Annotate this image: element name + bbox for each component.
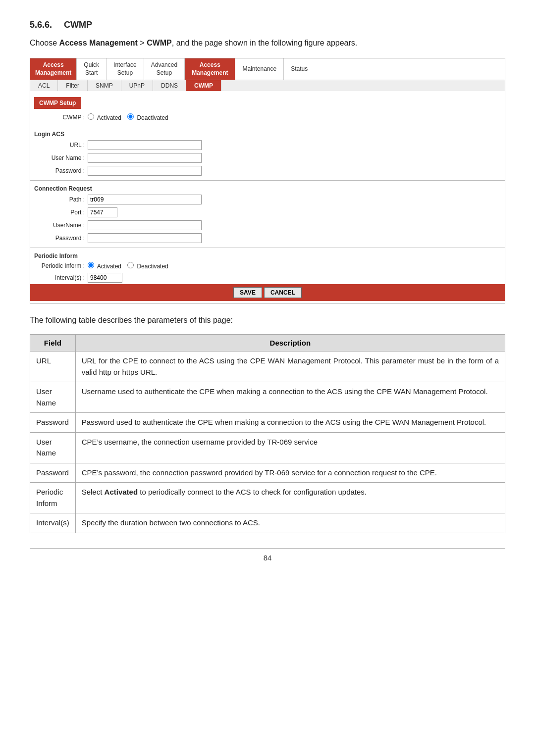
cwmp-deactivated-option: Deactivated — [127, 113, 168, 121]
desc-password-2: CPE’s password, the connection password … — [75, 463, 505, 483]
table-row: Password Password used to authenticate t… — [30, 413, 505, 433]
path-label: Path : — [35, 196, 85, 203]
password-input[interactable] — [88, 166, 202, 176]
cwmp-deactivated-radio[interactable] — [127, 113, 134, 120]
page-number-value: 84 — [264, 554, 272, 562]
port-row: Port : — [30, 206, 505, 219]
button-row: SAVE CANCEL — [30, 284, 505, 301]
intro-paragraph: Choose Access Management > CWMP, and the… — [30, 37, 505, 49]
intro-bold-1: Access Management — [59, 39, 138, 47]
password-row: Password : — [30, 164, 505, 177]
table-row: UserName CPE’s username, the connection … — [30, 432, 505, 463]
table-row: URL URL for the CPE to connect to the AC… — [30, 352, 505, 382]
conn-username-row: UserName : — [30, 219, 505, 232]
conn-username-input[interactable] — [88, 220, 202, 230]
cwmp-radio-group: Activated Deactivated — [88, 113, 168, 121]
periodic-inform-label: Periodic Inform — [30, 251, 505, 260]
conn-password-row: Password : — [30, 232, 505, 245]
periodic-deactivated-radio[interactable] — [127, 262, 134, 268]
field-password-1: Password — [30, 413, 76, 433]
sub-nav-upnp[interactable]: UPnP — [121, 80, 153, 91]
desc-password-1: Password used to authenticate the CPE wh… — [75, 413, 505, 433]
port-input[interactable] — [88, 207, 117, 217]
table-row: PeriodicInform Select Activated to perio… — [30, 483, 505, 513]
intro-end: , and the page shown in the following fi… — [172, 39, 357, 47]
nav-item-advanced-setup[interactable]: AdvancedSetup — [144, 58, 184, 80]
nav-item-status[interactable]: Status — [283, 58, 315, 80]
col-header-description: Description — [75, 335, 505, 352]
nav-item-interface-setup[interactable]: InterfaceSetup — [106, 58, 144, 80]
username-row: User Name : — [30, 151, 505, 164]
periodic-radio-row: Periodic Inform : Activated Deactivated — [30, 260, 505, 271]
section-heading: 5.6.6. CWMP — [30, 20, 505, 30]
cwmp-activated-option: Activated — [88, 113, 121, 121]
desc-username-1: Username used to authenticate the CPE wh… — [75, 382, 505, 413]
port-label: Port : — [35, 209, 85, 216]
sub-nav: ACL Filter SNMP UPnP DDNS CWMP — [30, 80, 505, 91]
sub-nav-filter[interactable]: Filter — [58, 80, 88, 91]
sub-nav-cwmp[interactable]: CWMP — [186, 80, 221, 91]
table-intro: The following table describes the parame… — [30, 314, 505, 326]
navigation-panel: AccessManagement QuickStart InterfaceSet… — [30, 58, 505, 303]
nav-item-maintenance[interactable]: Maintenance — [235, 58, 283, 80]
table-row: Password CPE’s password, the connection … — [30, 463, 505, 483]
url-label: URL : — [35, 142, 85, 149]
cwmp-activated-radio[interactable] — [88, 113, 94, 120]
description-table: Field Description URL URL for the CPE to… — [30, 334, 505, 533]
nav-items: QuickStart InterfaceSetup AdvancedSetup … — [76, 58, 505, 80]
conn-username-label: UserName : — [35, 222, 85, 229]
password-label: Password : — [35, 167, 85, 174]
section-title: CWMP — [64, 20, 92, 30]
table-row: Interval(s) Specify the duration between… — [30, 513, 505, 533]
nav-item-access-management[interactable]: AccessManagement — [184, 58, 235, 80]
section-number: 5.6.6. — [30, 20, 52, 30]
field-url: URL — [30, 352, 76, 382]
sub-nav-ddns[interactable]: DDNS — [153, 80, 186, 91]
desc-username-2: CPE’s username, the connection username … — [75, 432, 505, 463]
col-header-field: Field — [30, 335, 76, 352]
cwmp-radio-row: CWMP : Activated Deactivated — [30, 112, 505, 123]
activated-bold: Activated — [105, 488, 138, 496]
periodic-inform-field-label: Periodic Inform : — [35, 262, 85, 269]
connection-request-label: Connection Request — [30, 184, 505, 193]
path-input[interactable] — [88, 195, 202, 204]
intro-mid: > — [138, 39, 147, 47]
periodic-activated-radio[interactable] — [88, 262, 94, 268]
save-button[interactable]: SAVE — [233, 287, 262, 298]
cwmp-label: CWMP : — [35, 114, 85, 121]
field-username-1: UserName — [30, 382, 76, 413]
field-periodic-inform: PeriodicInform — [30, 483, 76, 513]
interval-input[interactable] — [88, 273, 122, 283]
conn-password-label: Password : — [35, 235, 85, 242]
login-acs-label: Login ACS — [30, 129, 505, 139]
username-label: User Name : — [35, 154, 85, 161]
desc-url: URL for the CPE to connect to the ACS us… — [75, 352, 505, 382]
field-interval: Interval(s) — [30, 513, 76, 533]
cwmp-setup-header: CWMP Setup — [34, 97, 81, 109]
field-username-2: UserName — [30, 432, 76, 463]
field-password-2: Password — [30, 463, 76, 483]
cwmp-form: CWMP Setup CWMP : Activated Deactivated … — [30, 91, 505, 303]
nav-top-row: AccessManagement QuickStart InterfaceSet… — [30, 58, 505, 80]
desc-interval: Specify the duration between two connect… — [75, 513, 505, 533]
interval-label: Interval(s) : — [35, 274, 85, 281]
interval-row: Interval(s) : — [30, 271, 505, 284]
intro-bold-2: CWMP — [147, 39, 172, 47]
periodic-activated-option: Activated — [88, 262, 121, 270]
cancel-button[interactable]: CANCEL — [264, 287, 302, 298]
path-row: Path : — [30, 193, 505, 206]
sub-nav-acl[interactable]: ACL — [30, 80, 58, 91]
conn-password-input[interactable] — [88, 233, 202, 243]
page-number: 84 — [30, 548, 505, 562]
url-row: URL : — [30, 139, 505, 151]
periodic-deactivated-option: Deactivated — [127, 262, 168, 270]
periodic-radio-group: Activated Deactivated — [88, 262, 168, 270]
desc-periodic-inform: Select Activated to periodically connect… — [75, 483, 505, 513]
username-input[interactable] — [88, 153, 202, 163]
url-input[interactable] — [88, 140, 202, 150]
sub-nav-snmp[interactable]: SNMP — [88, 80, 121, 91]
table-row: UserName Username used to authenticate t… — [30, 382, 505, 413]
intro-text-1: Choose — [30, 39, 59, 47]
nav-item-quick-start[interactable]: QuickStart — [76, 58, 106, 80]
nav-access-management[interactable]: AccessManagement — [30, 58, 76, 80]
